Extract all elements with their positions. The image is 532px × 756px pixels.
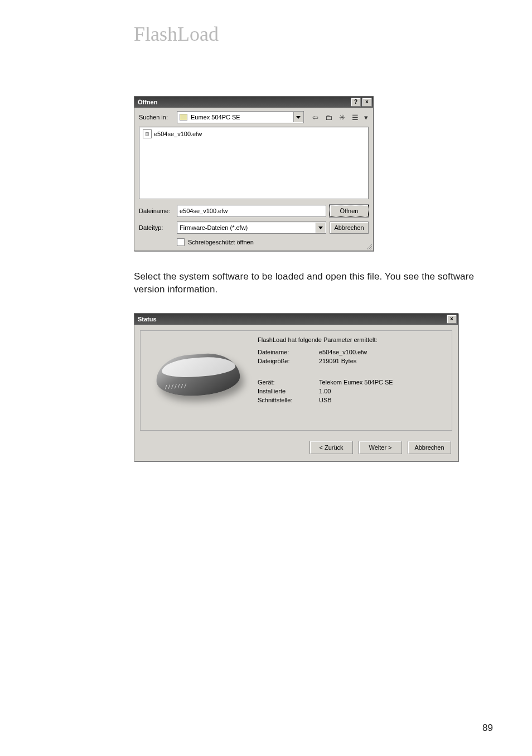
cancel-button[interactable]: Abbrechen	[408, 441, 451, 454]
filetype-row: Dateityp: Firmware-Dateien (*.efw) Abbre…	[139, 221, 369, 234]
body-text: Select the system software to be loaded …	[134, 271, 491, 296]
status-label: Dateigröße:	[258, 358, 319, 364]
dialog-titlebar: Öffnen ? ×	[134, 97, 373, 108]
file-icon: ⊞	[143, 129, 152, 138]
status-value: 1.00	[319, 388, 331, 394]
back-icon[interactable]: ⇦	[309, 112, 321, 123]
dialog-title: Öffnen	[138, 99, 350, 105]
readonly-row: Schreibgeschützt öffnen	[177, 238, 369, 246]
status-label: Dateiname:	[258, 349, 319, 355]
status-row-installed: Installierte 1.00	[258, 388, 446, 394]
dropdown-arrow-icon	[293, 112, 303, 122]
filename-label: Dateiname:	[139, 208, 173, 214]
page-title: FlashLoad	[134, 22, 493, 46]
next-button[interactable]: Weiter >	[359, 441, 402, 454]
filetype-label: Dateityp:	[139, 224, 173, 231]
back-button[interactable]: < Zurück	[309, 441, 353, 454]
status-row-interface: Schnittstelle: USB	[258, 397, 446, 403]
dialog-bottom-section: Dateiname: e504se_v100.efw Öffnen Dateit…	[134, 199, 373, 251]
readonly-checkbox[interactable]	[177, 238, 185, 246]
search-in-row: Suchen in: Eumex 504PC SE ⇦ 🗀 ✳ ☰ ▾	[134, 108, 373, 127]
status-row-filesize: Dateigröße: 219091 Bytes	[258, 358, 446, 364]
status-label: Gerät:	[258, 379, 319, 386]
dialog-title: Status	[138, 316, 446, 322]
close-button[interactable]: ×	[362, 98, 372, 107]
open-button[interactable]: Öffnen	[330, 205, 369, 217]
filetype-dropdown[interactable]: Firmware-Dateien (*.efw)	[177, 221, 326, 234]
resize-grip-icon[interactable]	[365, 243, 372, 249]
status-dialog: Status × /////// FlashLoad hat folgende …	[134, 313, 458, 461]
status-value: USB	[319, 397, 332, 403]
views-icon[interactable]: ☰	[350, 112, 361, 123]
filename-input[interactable]: e504se_v100.efw	[177, 205, 326, 217]
status-value: 219091 Bytes	[319, 358, 356, 364]
status-row-device: Gerät: Telekom Eumex 504PC SE	[258, 379, 446, 386]
status-action-bar: < Zurück Weiter > Abbrechen	[134, 436, 458, 461]
dialog-titlebar: Status ×	[134, 314, 458, 325]
dropdown-arrow-icon	[316, 223, 325, 233]
close-button[interactable]: ×	[447, 315, 457, 324]
open-file-dialog: Öffnen ? × Suchen in: Eumex 504PC SE ⇦ 🗀…	[134, 96, 374, 251]
filename-value: e504se_v100.efw	[180, 208, 228, 214]
file-list-area[interactable]: ⊞ e504se_v100.efw	[139, 127, 369, 199]
filetype-value: Firmware-Dateien (*.efw)	[180, 224, 313, 231]
search-in-value: Eumex 504PC SE	[191, 114, 291, 121]
cancel-button[interactable]: Abbrechen	[330, 221, 369, 234]
status-parameter-table: FlashLoad hat folgende Parameter ermitte…	[258, 336, 446, 425]
help-button[interactable]: ?	[351, 98, 361, 107]
status-label: Installierte	[258, 388, 319, 394]
search-in-dropdown[interactable]: Eumex 504PC SE	[177, 111, 304, 123]
up-one-level-icon[interactable]: 🗀	[323, 112, 334, 123]
status-value: e504se_v100.efw	[319, 349, 367, 355]
readonly-label: Schreibgeschützt öffnen	[188, 239, 254, 245]
file-list-item[interactable]: ⊞ e504se_v100.efw	[143, 129, 202, 138]
file-item-label: e504se_v100.efw	[154, 131, 202, 137]
filename-row: Dateiname: e504se_v100.efw Öffnen	[139, 205, 369, 217]
document-page: FlashLoad Öffnen ? × Suchen in: Eumex 50…	[0, 0, 532, 756]
search-in-label: Suchen in:	[139, 114, 173, 121]
status-heading: FlashLoad hat folgende Parameter ermitte…	[258, 336, 446, 343]
views-dropdown-icon[interactable]: ▾	[363, 112, 369, 123]
status-label: Schnittstelle:	[258, 397, 319, 403]
status-value: Telekom Eumex 504PC SE	[319, 379, 393, 386]
device-image: ///////	[146, 336, 246, 409]
nav-icon-bar: ⇦ 🗀 ✳ ☰ ▾	[309, 112, 369, 123]
folder-icon	[180, 114, 187, 121]
page-number: 89	[482, 723, 493, 734]
status-body: /////// FlashLoad hat folgende Parameter…	[140, 330, 452, 431]
status-row-filename: Dateiname: e504se_v100.efw	[258, 349, 446, 355]
new-folder-icon[interactable]: ✳	[336, 112, 347, 123]
